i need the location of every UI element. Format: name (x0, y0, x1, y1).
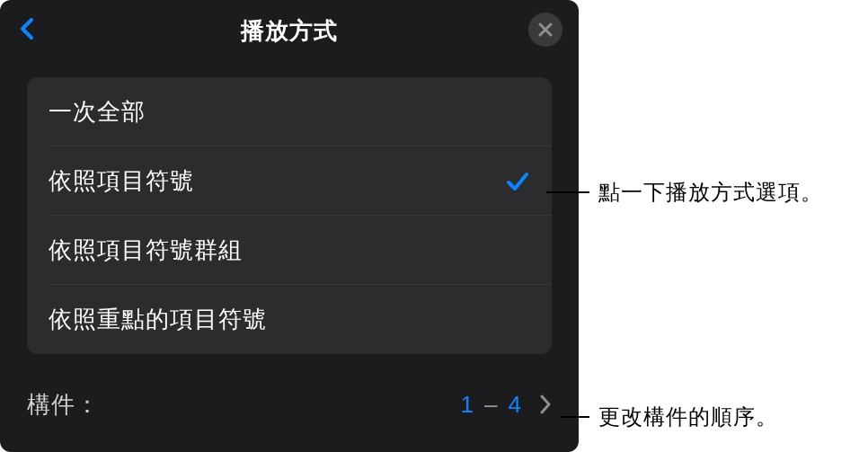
option-by-highlighted-bullet[interactable]: 依照重點的項目符號 (27, 285, 552, 354)
option-label: 依照項目符號 (49, 165, 194, 197)
option-by-bullet[interactable]: 依照項目符號 (27, 146, 552, 216)
option-label: 依照重點的項目符號 (49, 304, 267, 335)
builds-range: 1 – 4 (461, 391, 552, 419)
build-from: 1 (461, 391, 474, 419)
option-label: 依照項目符號群組 (49, 235, 243, 266)
callout-playback-option: 點一下播放方式選項。 (546, 178, 823, 207)
callout-line (546, 191, 589, 193)
panel-title: 播放方式 (241, 15, 338, 47)
chevron-right-icon (539, 394, 552, 415)
build-dash: – (484, 391, 497, 419)
close-button[interactable] (528, 13, 562, 47)
option-all-at-once[interactable]: 一次全部 (27, 77, 552, 146)
build-to: 4 (509, 391, 521, 419)
callout-text: 點一下播放方式選項。 (598, 178, 823, 207)
panel-header: 播放方式 (0, 0, 579, 61)
builds-label: 構件： (27, 389, 100, 421)
callout-line (561, 416, 589, 418)
close-icon (538, 22, 553, 37)
chevron-left-icon (19, 16, 35, 41)
back-button[interactable] (14, 16, 40, 41)
playback-options-list: 一次全部 依照項目符號 依照項目符號群組 依照重點的項目符號 (27, 77, 552, 354)
callout-builds-order: 更改構件的順序。 (561, 403, 778, 431)
builds-row[interactable]: 構件： 1 – 4 (27, 385, 552, 424)
playback-panel: 播放方式 一次全部 依照項目符號 依照項目符號群組 依照重點的項目符號 (0, 0, 579, 452)
option-by-bullet-group[interactable]: 依照項目符號群組 (27, 216, 552, 285)
option-label: 一次全部 (49, 96, 146, 128)
callout-text: 更改構件的順序。 (598, 403, 778, 431)
checkmark-icon (505, 169, 530, 194)
